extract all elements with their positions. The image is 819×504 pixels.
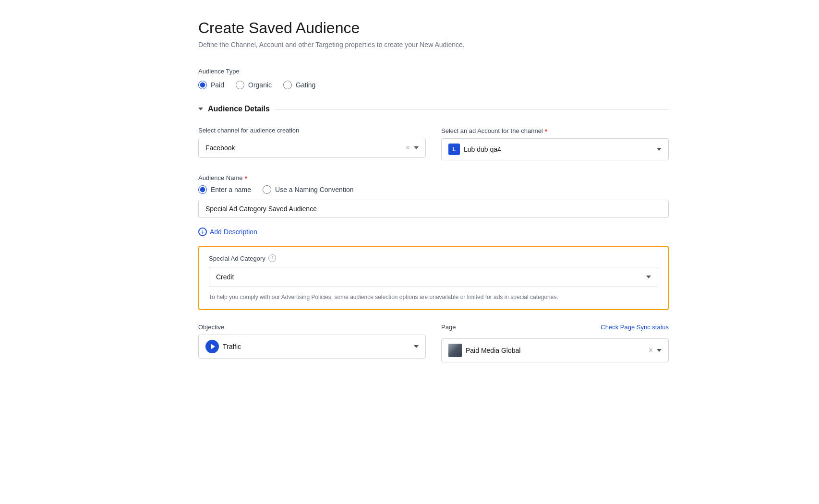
naming-convention-label: Use a Naming Convention: [275, 186, 353, 193]
channel-select-content: Facebook: [205, 144, 235, 152]
channel-select-actions: ×: [406, 144, 419, 152]
special-ad-category-select-content: Credit: [216, 273, 234, 281]
audience-name-label: Audience Name •: [198, 174, 669, 181]
audience-type-gating[interactable]: Gating: [283, 81, 315, 89]
special-ad-category-value: Credit: [216, 273, 234, 281]
page-thumbnail: [448, 344, 462, 357]
audience-name-section: Audience Name • Enter a name Use a Namin…: [198, 174, 669, 218]
page-select[interactable]: Paid Media Global ×: [441, 338, 669, 362]
audience-type-label: Audience Type: [198, 68, 669, 75]
objective-value: Traffic: [223, 343, 241, 350]
audience-type-gating-label: Gating: [296, 81, 315, 89]
clear-page-icon[interactable]: ×: [649, 347, 653, 354]
special-ad-category-box: Special Ad Category i Credit To help you…: [198, 246, 669, 310]
page-subtitle: Define the Channel, Account and other Ta…: [198, 41, 669, 48]
page-select-actions: ×: [649, 347, 662, 354]
naming-convention[interactable]: Use a Naming Convention: [263, 185, 353, 194]
ad-account-value: Lub dub qa4: [464, 145, 501, 153]
page-value: Paid Media Global: [466, 347, 520, 354]
page-chevron-icon: [657, 349, 662, 352]
objective-select-actions: [414, 345, 419, 348]
ad-account-select[interactable]: L Lub dub qa4: [441, 138, 669, 160]
special-ad-category-actions: [646, 276, 651, 278]
page-container: Create Saved Audience Define the Channel…: [121, 0, 698, 391]
page-label-row: Page Check Page Sync status: [441, 324, 669, 335]
page-title: Create Saved Audience: [198, 19, 669, 37]
naming-radio-group: Enter a name Use a Naming Convention: [198, 185, 669, 194]
audience-type-radio-group: Paid Organic Gating: [198, 81, 669, 89]
ad-account-select-actions: [657, 148, 662, 151]
channel-value: Facebook: [205, 144, 235, 152]
page-label: Page: [441, 324, 456, 331]
audience-name-input[interactable]: [198, 200, 669, 218]
ad-account-group: Select an ad Account for the channel • L…: [441, 127, 669, 160]
page-thumb-image: [448, 344, 462, 357]
page-group: Page Check Page Sync status Paid Media G…: [441, 324, 669, 362]
account-badge: L: [448, 144, 460, 155]
audience-type-organic[interactable]: Organic: [236, 81, 272, 89]
check-page-sync-link[interactable]: Check Page Sync status: [601, 324, 669, 331]
objective-page-row: Objective Traffic Page Check Page Sync s…: [198, 324, 669, 362]
objective-select[interactable]: Traffic: [198, 335, 426, 359]
channel-chevron-icon: [414, 146, 419, 149]
chevron-down-icon[interactable]: [198, 108, 203, 110]
special-ad-category-label: Special Ad Category i: [209, 254, 658, 262]
objective-select-content: Traffic: [205, 340, 241, 353]
ad-account-select-content: L Lub dub qa4: [448, 144, 501, 155]
channel-select[interactable]: Facebook ×: [198, 138, 426, 158]
traffic-arrow-icon: [211, 344, 215, 349]
clear-channel-icon[interactable]: ×: [406, 144, 410, 152]
audience-details-header: Audience Details: [198, 105, 669, 113]
objective-chevron-icon: [414, 345, 419, 348]
naming-enter-name-label: Enter a name: [211, 186, 251, 193]
audience-type-paid-label: Paid: [211, 81, 224, 89]
ad-account-required-dot: •: [545, 127, 548, 134]
audience-details-title: Audience Details: [208, 105, 270, 113]
plus-circle-icon: +: [198, 228, 207, 236]
objective-label: Objective: [198, 324, 426, 331]
add-description-label: Add Description: [210, 228, 257, 236]
section-divider: [275, 109, 669, 109]
channel-account-row: Select channel for audience creation Fac…: [198, 127, 669, 160]
channel-label: Select channel for audience creation: [198, 127, 426, 134]
naming-enter-name[interactable]: Enter a name: [198, 185, 251, 194]
page-select-content: Paid Media Global: [448, 344, 520, 357]
audience-type-paid[interactable]: Paid: [198, 81, 224, 89]
channel-group: Select channel for audience creation Fac…: [198, 127, 426, 160]
traffic-icon: [205, 340, 219, 353]
ad-account-label: Select an ad Account for the channel •: [441, 127, 669, 134]
special-ad-category-chevron-icon: [646, 276, 651, 278]
add-description-button[interactable]: + Add Description: [198, 228, 257, 236]
special-ad-category-select[interactable]: Credit: [209, 267, 658, 287]
special-ad-category-info-icon[interactable]: i: [268, 254, 276, 262]
objective-group: Objective Traffic: [198, 324, 426, 359]
ad-account-chevron-icon: [657, 148, 662, 151]
special-ad-note: To help you comply with our Advertising …: [209, 293, 658, 301]
audience-name-required-dot: •: [245, 174, 248, 181]
audience-type-organic-label: Organic: [248, 81, 272, 89]
